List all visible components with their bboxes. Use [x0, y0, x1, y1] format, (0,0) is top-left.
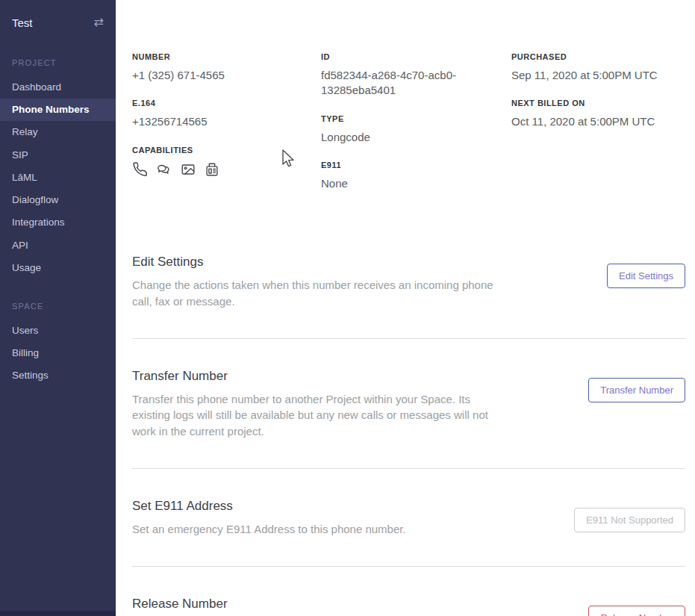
section-edit-settings: Edit Settings Change the actions taken w…: [132, 255, 685, 338]
transfer-number-text: Transfer Number Transfer this phone numb…: [132, 369, 498, 440]
project-name: Test: [12, 16, 33, 29]
section-release-number: Release Number Releasing this phone numb…: [132, 566, 685, 616]
sidebar-item-users[interactable]: Users: [0, 320, 116, 342]
edit-settings-text: Edit Settings Change the actions taken w…: [132, 255, 498, 310]
action-sections: Edit Settings Change the actions taken w…: [132, 255, 685, 616]
sidebar-item-api[interactable]: API: [0, 234, 116, 257]
project-section-label: PROJECT: [0, 58, 116, 67]
project-nav-section: PROJECT Dashboard Phone Numbers Relay SI…: [0, 58, 116, 279]
sidebar-item-billing[interactable]: Billing: [0, 342, 116, 364]
sms-chat-icon: [156, 161, 172, 178]
voice-phone-icon: [132, 161, 149, 178]
transfer-number-title: Transfer Number: [132, 369, 498, 384]
field-type: TYPE Longcode: [321, 114, 511, 145]
edit-settings-description: Change the actions taken when this numbe…: [132, 277, 498, 310]
release-number-title: Release Number: [132, 597, 498, 612]
field-capabilities: CAPABILITIES: [132, 146, 321, 178]
e911-not-supported-button: E911 Not Supported: [574, 508, 685, 532]
sidebar: Test ⇄ PROJECT Dashboard Phone Numbers R…: [0, 0, 116, 616]
transfer-number-description: Transfer this phone number to another Pr…: [132, 391, 498, 440]
project-switcher-icon[interactable]: ⇄: [94, 16, 104, 28]
release-number-text: Release Number Releasing this phone numb…: [132, 597, 498, 616]
field-number: NUMBER +1 (325) 671-4565: [132, 52, 321, 83]
sidebar-item-dashboard[interactable]: Dashboard: [0, 76, 116, 99]
number-value: +1 (325) 671-4565: [132, 68, 308, 83]
e164-value: +13256714565: [132, 114, 308, 129]
set-e911-title: Set E911 Address: [132, 499, 406, 514]
e911-value: None: [321, 176, 496, 191]
section-set-e911: Set E911 Address Set an emergency E911 A…: [132, 468, 685, 566]
edit-settings-title: Edit Settings: [132, 255, 498, 270]
capabilities-label: CAPABILITIES: [132, 146, 321, 155]
e911-label: E911: [321, 161, 511, 169]
phone-number-detail-page: NUMBER +1 (325) 671-4565 E.164 +13256714…: [116, 0, 695, 616]
set-e911-text: Set E911 Address Set an emergency E911 A…: [132, 499, 406, 538]
details-column-2: ID fd582344-a268-4c70-acb0-13285eba5401 …: [321, 52, 511, 207]
capability-icons: [132, 161, 321, 178]
field-e164: E.164 +13256714565: [132, 99, 321, 129]
sidebar-header: Test ⇄: [0, 0, 116, 33]
field-e911: E911 None: [321, 161, 511, 191]
type-label: TYPE: [321, 114, 511, 123]
sidebar-item-laml[interactable]: LāML: [0, 167, 116, 189]
e164-label: E.164: [132, 99, 321, 108]
details-column-1: NUMBER +1 (325) 671-4565 E.164 +13256714…: [132, 52, 321, 207]
space-nav-section: SPACE Users Billing Settings: [0, 302, 116, 388]
fax-icon: [204, 161, 220, 178]
app-window: Test ⇄ PROJECT Dashboard Phone Numbers R…: [0, 0, 695, 616]
sidebar-item-phone-numbers[interactable]: Phone Numbers: [0, 99, 116, 121]
type-value: Longcode: [321, 130, 496, 145]
field-id: ID fd582344-a268-4c70-acb0-13285eba5401: [321, 52, 511, 99]
number-label: NUMBER: [132, 52, 321, 61]
number-details: NUMBER +1 (325) 671-4565 E.164 +13256714…: [132, 52, 685, 207]
next-billed-value: Oct 11, 2020 at 5:00PM UTC: [511, 114, 685, 129]
sidebar-item-dialogflow[interactable]: Dialogflow: [0, 189, 116, 211]
sidebar-footer-strip: [0, 611, 116, 616]
set-e911-description: Set an emergency E911 Address to this ph…: [132, 521, 406, 538]
sidebar-item-integrations[interactable]: Integrations: [0, 211, 116, 234]
section-transfer-number: Transfer Number Transfer this phone numb…: [132, 338, 685, 468]
sidebar-item-sip[interactable]: SIP: [0, 144, 116, 167]
sidebar-item-usage[interactable]: Usage: [0, 257, 116, 279]
field-next-billed: NEXT BILLED ON Oct 11, 2020 at 5:00PM UT…: [511, 99, 685, 129]
sidebar-item-relay[interactable]: Relay: [0, 121, 116, 143]
next-billed-label: NEXT BILLED ON: [511, 99, 685, 108]
purchased-value: Sep 11, 2020 at 5:00PM UTC: [511, 68, 685, 83]
field-purchased: PURCHASED Sep 11, 2020 at 5:00PM UTC: [511, 52, 685, 83]
edit-settings-button[interactable]: Edit Settings: [607, 264, 685, 288]
details-column-3: PURCHASED Sep 11, 2020 at 5:00PM UTC NEX…: [511, 52, 685, 207]
id-label: ID: [321, 52, 511, 61]
id-value: fd582344-a268-4c70-acb0-13285eba5401: [321, 68, 496, 99]
purchased-label: PURCHASED: [511, 52, 685, 61]
mms-image-icon: [180, 161, 196, 178]
release-number-button[interactable]: Release Number: [588, 606, 685, 616]
transfer-number-button[interactable]: Transfer Number: [588, 378, 685, 402]
sidebar-item-settings[interactable]: Settings: [0, 364, 116, 387]
space-section-label: SPACE: [0, 302, 116, 311]
